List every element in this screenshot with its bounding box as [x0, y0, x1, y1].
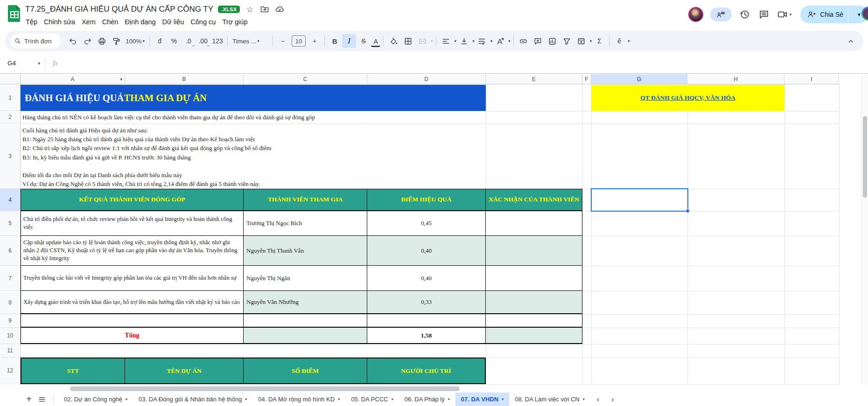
- desc-cell[interactable]: Xây dựng giáo trình và triển khai đào tạ…: [21, 291, 244, 314]
- text-wrap-button[interactable]: ▾: [475, 34, 493, 48]
- row-header-2[interactable]: 2: [0, 111, 21, 124]
- header-cell[interactable]: NGƯỜI CHỦ TRÌ: [367, 358, 485, 383]
- chevron-down-icon[interactable]: ▾: [392, 397, 393, 401]
- sheet-tab-02[interactable]: 02. Dự án Công nghệ▾: [58, 392, 133, 406]
- comments-icon[interactable]: [758, 8, 770, 21]
- score-cell[interactable]: 0,45: [367, 211, 486, 236]
- sheets-logo-icon[interactable]: [7, 5, 21, 22]
- empty-cell[interactable]: [486, 314, 582, 328]
- menu-edit[interactable]: Chỉnh sửa: [41, 17, 78, 27]
- score-cell[interactable]: 0,40: [367, 236, 486, 266]
- sheet-tab-03[interactable]: 03. DA Đóng gói & Nhân bản hệ thống▾: [133, 392, 252, 406]
- add-sheet-button[interactable]: +: [22, 394, 35, 405]
- row-header-12[interactable]: 12: [0, 358, 21, 384]
- confirm-cell[interactable]: [486, 236, 582, 266]
- column-header-g[interactable]: G: [591, 74, 687, 84]
- fill-handle[interactable]: [686, 209, 690, 213]
- chevron-down-icon[interactable]: ▾: [126, 397, 127, 401]
- row-header-6[interactable]: 6: [0, 236, 21, 266]
- decrease-decimal-button[interactable]: .0←: [182, 34, 196, 48]
- move-folder-icon[interactable]: [259, 4, 270, 14]
- format-currency-button[interactable]: đ: [153, 34, 167, 48]
- version-history-icon[interactable]: [739, 8, 751, 21]
- score-cell[interactable]: 0,33: [367, 291, 486, 314]
- header-cell[interactable]: KẾT QUẢ THÀNH VIÊN ĐÓNG GÓP: [21, 189, 244, 211]
- more-formats-button[interactable]: 123: [210, 34, 224, 48]
- column-header-i[interactable]: I: [784, 74, 839, 84]
- bold-button[interactable]: B: [328, 34, 342, 48]
- format-percent-button[interactable]: %: [167, 34, 181, 48]
- empty-cell[interactable]: [367, 314, 486, 328]
- text-rotation-button[interactable]: ▾: [493, 34, 511, 48]
- row-header-9[interactable]: 9: [0, 314, 21, 328]
- sheet-tab-04[interactable]: 04. DA Mở rộng mô hình KD▾: [252, 392, 345, 406]
- share-button[interactable]: Chia Sẻ ▼: [800, 6, 868, 23]
- row-header-7[interactable]: 7: [0, 266, 21, 291]
- sheet-tab-05[interactable]: 05. DA PCCC▾: [345, 392, 399, 406]
- chevron-down-icon[interactable]: ▾: [338, 397, 340, 401]
- header-cell[interactable]: SỐ ĐIỂM: [244, 358, 367, 383]
- desc-cell[interactable]: Chủ trì điều phối dự án, tổ chức review …: [21, 211, 244, 236]
- column-header-e[interactable]: E: [486, 74, 582, 84]
- header-cell[interactable]: TÊN DỰ ÁN: [125, 358, 244, 383]
- font-size-input[interactable]: 10: [292, 35, 306, 47]
- contacts-pill-button[interactable]: [710, 7, 732, 21]
- empty-cell[interactable]: [486, 328, 582, 344]
- tabs-scroll-left-icon[interactable]: ‹: [597, 395, 599, 404]
- collaborator-avatar[interactable]: [688, 7, 703, 22]
- font-select[interactable]: Times ... ▾: [231, 38, 270, 45]
- horizontal-align-button[interactable]: ▾: [439, 34, 457, 48]
- all-sheets-button[interactable]: [35, 394, 49, 405]
- functions-button[interactable]: Σ: [592, 34, 606, 48]
- insert-comment-button[interactable]: [531, 34, 545, 48]
- print-button[interactable]: [95, 34, 109, 48]
- menu-data[interactable]: Dữ liệu: [159, 17, 188, 27]
- row-header-8[interactable]: 8: [0, 291, 21, 314]
- menu-insert[interactable]: Chèn: [99, 17, 122, 27]
- qt-link-cell[interactable]: QT ĐÁNH GIÁ HQCV, VĂN HÓA: [591, 85, 784, 111]
- sheet-tab-06[interactable]: 06. DA Pháp lý▾: [399, 392, 455, 406]
- insert-chart-button[interactable]: [546, 34, 560, 48]
- confirm-cell[interactable]: [486, 211, 582, 236]
- column-header-a[interactable]: A▾: [21, 74, 125, 84]
- row-header-4[interactable]: 4: [0, 189, 21, 211]
- member-cell[interactable]: Nguyễn Thị Thanh Vân: [244, 236, 367, 266]
- empty-cell[interactable]: [21, 314, 244, 328]
- menu-view[interactable]: Xem: [78, 17, 99, 27]
- zoom-select[interactable]: 100% ▾: [124, 38, 147, 45]
- menu-format[interactable]: Định dạng: [121, 17, 159, 27]
- vertical-scrollbar-thumb[interactable]: [863, 116, 867, 198]
- select-all-corner[interactable]: [0, 74, 21, 84]
- empty-cell[interactable]: [244, 328, 367, 344]
- column-header-d[interactable]: D: [367, 74, 486, 84]
- text-color-button[interactable]: A: [371, 37, 380, 47]
- header-cell[interactable]: ĐIỂM HIỆU QUẢ: [367, 189, 486, 211]
- chevron-down-icon[interactable]: ▾: [583, 397, 585, 401]
- confirm-cell[interactable]: [486, 291, 582, 314]
- selected-cell-g4[interactable]: [591, 188, 688, 212]
- column-header-f[interactable]: F: [582, 74, 591, 84]
- total-label-cell[interactable]: Tổng: [21, 328, 244, 344]
- redo-button[interactable]: [80, 34, 94, 48]
- create-filter-button[interactable]: [560, 34, 574, 48]
- row-header-10[interactable]: 10: [0, 328, 21, 344]
- input-tools-button[interactable]: ê ▾: [612, 34, 630, 48]
- sheet-tab-08[interactable]: 08. DA Làm việc với CN▾: [509, 392, 590, 406]
- desc-cell[interactable]: Cập nhật update báo cáo tỷ lệ hoàn thành…: [21, 236, 244, 266]
- chevron-down-icon[interactable]: ▾: [448, 397, 450, 401]
- collapse-toolbar-button[interactable]: [844, 34, 858, 48]
- title-banner-cell[interactable]: ĐÁNH GIÁ HIỆU QUẢ THAM GIA DỰ ÁN: [21, 85, 486, 111]
- chevron-down-icon[interactable]: ▾: [245, 397, 247, 401]
- increase-font-size-button[interactable]: +: [308, 34, 322, 48]
- column-header-b[interactable]: B: [125, 74, 244, 84]
- column-header-c[interactable]: C: [244, 74, 367, 84]
- row-header-3[interactable]: 3: [0, 124, 21, 189]
- search-menus-button[interactable]: Trình đơn: [10, 34, 61, 48]
- star-icon[interactable]: ☆: [245, 4, 255, 14]
- note-row2-cell[interactable]: Hàng tháng chủ trì NÊN có kế hoạch làm v…: [22, 111, 578, 124]
- header-cell[interactable]: STT: [21, 358, 125, 383]
- header-cell[interactable]: THÀNH VIÊN THAM GIA: [244, 189, 367, 211]
- member-cell[interactable]: Nguyễn Văn Nhưỡng: [244, 291, 367, 314]
- row-header-1[interactable]: 1: [0, 85, 21, 111]
- paint-format-button[interactable]: [109, 34, 123, 48]
